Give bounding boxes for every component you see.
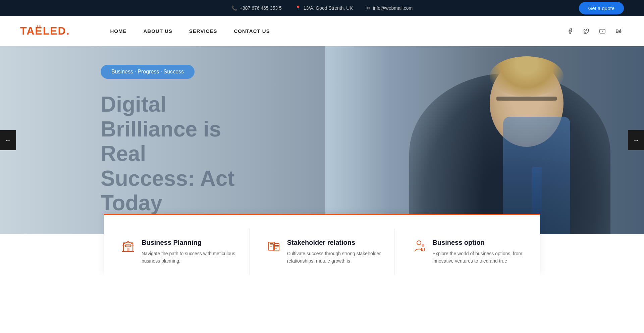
hero-content: Business · Progress · Success Digital Br… <box>0 65 235 216</box>
facebook-icon[interactable] <box>565 26 576 37</box>
hero-badge: Business · Progress · Success <box>101 65 195 79</box>
svg-marker-0 <box>602 30 603 32</box>
youtube-icon[interactable] <box>597 26 608 37</box>
hero-title: Digital Brilliance is Real Success: Act … <box>101 92 235 216</box>
phone-info: 📞 +887 676 465 353 5 <box>231 5 282 11</box>
email-info: ✉ info@webmail.com <box>366 5 413 11</box>
arrow-right-icon: → <box>633 136 639 144</box>
address-info: 📍 13/A, Good Strenth, UK <box>295 5 353 11</box>
top-bar: 📞 +887 676 465 353 5 📍 13/A, Good Strent… <box>0 0 644 16</box>
card-business-option-title: Business option <box>432 239 527 246</box>
hero-title-line2: Real Success: Act <box>101 142 235 190</box>
arrow-left-icon: ← <box>5 136 11 144</box>
card-stakeholder: Stakeholder relations Cultivate success … <box>250 229 395 275</box>
hero-title-line3: Today <box>101 191 162 215</box>
building-icon <box>121 239 136 254</box>
card-stakeholder-title: Stakeholder relations <box>287 239 381 246</box>
svg-point-8 <box>417 241 421 245</box>
card-business-option-text: Explore the world of business options, f… <box>432 250 527 265</box>
cards-section: Business Planning Navigate the path to s… <box>104 214 540 275</box>
card-stakeholder-text: Cultivate success through strong stakeho… <box>287 250 381 265</box>
address-text: 13/A, Good Strenth, UK <box>304 5 353 11</box>
email-text: info@webmail.com <box>373 5 413 11</box>
nav-services[interactable]: SERVICES <box>189 28 217 34</box>
logo[interactable]: TAËLED. <box>20 25 70 37</box>
nav-about[interactable]: ABOUT US <box>144 28 172 34</box>
person-business-icon <box>412 239 426 254</box>
twitter-icon[interactable] <box>581 26 592 37</box>
social-links: Bé <box>565 26 624 37</box>
hero-next-button[interactable]: → <box>628 130 644 150</box>
card-business-planning-text: Navigate the path to success with meticu… <box>142 250 236 265</box>
header: TAËLED. HOME ABOUT US SERVICES CONTACT U… <box>0 16 644 46</box>
svg-point-9 <box>422 244 424 247</box>
logo-text: TAËLED <box>20 25 66 37</box>
nav-contact[interactable]: CONTACT US <box>234 28 270 34</box>
hero-section: ← Business · Progress · Success Digital … <box>0 46 644 234</box>
hero-prev-button[interactable]: ← <box>0 130 16 150</box>
hero-title-line1: Digital Brilliance is <box>101 92 221 141</box>
logo-dot: . <box>66 25 70 37</box>
nav-home[interactable]: HOME <box>110 28 127 34</box>
phone-icon: 📞 <box>231 5 237 11</box>
get-quote-button[interactable]: Get a quote <box>579 2 624 14</box>
email-icon: ✉ <box>366 5 370 11</box>
navigation: HOME ABOUT US SERVICES CONTACT US <box>110 28 565 34</box>
card-business-option: Business option Explore the world of bus… <box>395 229 540 275</box>
behance-icon[interactable]: Bé <box>613 26 624 37</box>
stakeholder-icon <box>266 239 281 254</box>
phone-number: +887 676 465 353 5 <box>240 5 282 11</box>
card-business-planning-title: Business Planning <box>142 239 236 246</box>
card-business-planning: Business Planning Navigate the path to s… <box>104 229 250 275</box>
location-icon: 📍 <box>295 5 301 11</box>
svg-rect-4 <box>127 248 129 252</box>
